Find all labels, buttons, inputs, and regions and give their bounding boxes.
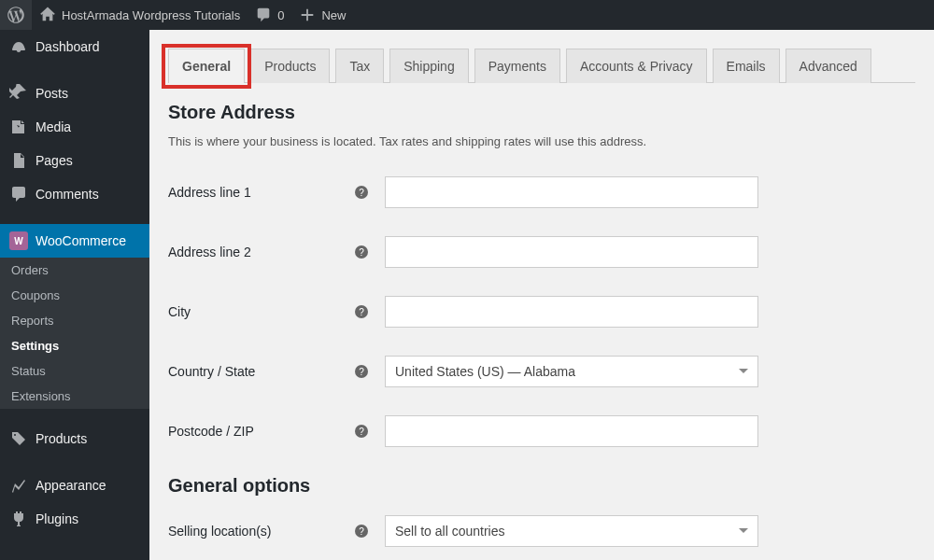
sidebar-item-plugins[interactable]: Plugins — [0, 502, 149, 536]
tab-payments[interactable]: Payments — [474, 49, 560, 83]
section-title: Store Address — [168, 102, 915, 123]
row-country: Country / State ? United States (US) — A… — [168, 356, 915, 387]
comments-link[interactable]: 0 — [248, 0, 291, 30]
tab-products[interactable]: Products — [250, 49, 330, 83]
sidebar-item-appearance[interactable]: Appearance — [0, 469, 149, 502]
input-city[interactable] — [385, 296, 758, 328]
main-content: General Products Tax Shipping Payments A… — [149, 30, 934, 560]
label-country: Country / State — [168, 364, 355, 379]
sidebar-item-woocommerce[interactable]: W WooCommerce — [0, 224, 149, 258]
woocommerce-icon: W — [9, 231, 28, 250]
submenu-status[interactable]: Status — [0, 358, 149, 384]
help-icon[interactable]: ? — [355, 245, 368, 259]
media-icon — [9, 118, 28, 136]
section-description: This is where your business is located. … — [168, 134, 915, 148]
select-selling-location[interactable]: Sell to all countries — [385, 515, 758, 547]
woocommerce-submenu: Orders Coupons Reports Settings Status E… — [0, 258, 149, 409]
home-icon — [39, 7, 56, 23]
tab-shipping[interactable]: Shipping — [389, 49, 469, 83]
admin-sidebar: Dashboard Posts Media Pages Comments W W… — [0, 30, 149, 560]
label-address-2: Address line 2 — [168, 245, 355, 259]
submenu-extensions[interactable]: Extensions — [0, 384, 149, 409]
sidebar-item-media[interactable]: Media — [0, 110, 149, 144]
sidebar-item-label: Comments — [35, 187, 99, 202]
sidebar-item-label: Pages — [35, 153, 73, 168]
submenu-orders[interactable]: Orders — [0, 258, 149, 283]
tab-emails[interactable]: Emails — [713, 49, 780, 83]
help-icon[interactable]: ? — [355, 186, 368, 199]
select-selling-value: Sell to all countries — [395, 524, 505, 539]
chevron-down-icon — [739, 369, 748, 378]
wp-logo[interactable] — [0, 0, 32, 30]
comments-count: 0 — [277, 8, 284, 22]
sidebar-item-products[interactable]: Products — [0, 422, 149, 455]
sidebar-item-label: Media — [35, 119, 71, 134]
input-address-2[interactable] — [385, 236, 758, 268]
active-indicator-icon — [142, 233, 149, 248]
page-icon — [9, 151, 28, 170]
sidebar-item-dashboard[interactable]: Dashboard — [0, 30, 149, 63]
sidebar-item-comments[interactable]: Comments — [0, 177, 149, 211]
site-home-link[interactable]: HostArmada Wordpress Tutorials — [32, 0, 248, 30]
input-address-1[interactable] — [385, 176, 758, 208]
help-icon[interactable]: ? — [355, 425, 368, 438]
wordpress-icon — [7, 7, 24, 23]
comment-icon — [255, 7, 272, 23]
pin-icon — [9, 84, 28, 103]
tab-tax[interactable]: Tax — [335, 49, 384, 83]
new-content-link[interactable]: New — [291, 0, 353, 30]
dashboard-icon — [9, 37, 28, 56]
plus-icon — [299, 7, 316, 23]
help-icon[interactable]: ? — [355, 365, 368, 378]
tab-accounts-privacy[interactable]: Accounts & Privacy — [566, 49, 707, 83]
sidebar-item-label: Products — [35, 431, 87, 446]
row-city: City ? — [168, 296, 915, 328]
sidebar-item-label: WooCommerce — [35, 233, 126, 248]
select-country[interactable]: United States (US) — Alabama — [385, 356, 758, 387]
section-title-general-options: General options — [168, 475, 915, 497]
chevron-down-icon — [739, 528, 748, 538]
tab-general[interactable]: General — [168, 49, 245, 83]
comments-icon — [9, 185, 28, 203]
row-selling-location: Selling location(s) ? Sell to all countr… — [168, 515, 915, 547]
label-selling-location: Selling location(s) — [168, 524, 355, 539]
new-label: New — [321, 8, 346, 22]
sidebar-item-label: Plugins — [35, 511, 78, 526]
help-icon[interactable]: ? — [355, 305, 368, 318]
site-title: HostArmada Wordpress Tutorials — [62, 8, 240, 22]
row-postcode: Postcode / ZIP ? — [168, 415, 915, 447]
row-address-1: Address line 1 ? — [168, 176, 915, 208]
sidebar-item-posts[interactable]: Posts — [0, 77, 149, 110]
submenu-coupons[interactable]: Coupons — [0, 283, 149, 308]
submenu-settings[interactable]: Settings — [0, 333, 149, 358]
help-icon[interactable]: ? — [355, 525, 368, 538]
label-postcode: Postcode / ZIP — [168, 424, 355, 439]
input-postcode[interactable] — [385, 415, 758, 447]
submenu-reports[interactable]: Reports — [0, 308, 149, 333]
label-city: City — [168, 304, 355, 319]
appearance-icon — [9, 476, 28, 495]
label-address-1: Address line 1 — [168, 185, 355, 200]
settings-tabs: General Products Tax Shipping Payments A… — [168, 49, 915, 83]
select-country-value: United States (US) — Alabama — [395, 364, 575, 379]
row-address-2: Address line 2 ? — [168, 236, 915, 268]
products-icon — [9, 429, 28, 448]
sidebar-item-label: Posts — [35, 86, 68, 101]
sidebar-item-label: Dashboard — [35, 39, 100, 54]
plugins-icon — [9, 510, 28, 528]
tab-advanced[interactable]: Advanced — [785, 49, 871, 83]
sidebar-item-label: Appearance — [35, 478, 106, 493]
admin-toolbar: HostArmada Wordpress Tutorials 0 New — [0, 0, 934, 30]
sidebar-item-pages[interactable]: Pages — [0, 144, 149, 177]
